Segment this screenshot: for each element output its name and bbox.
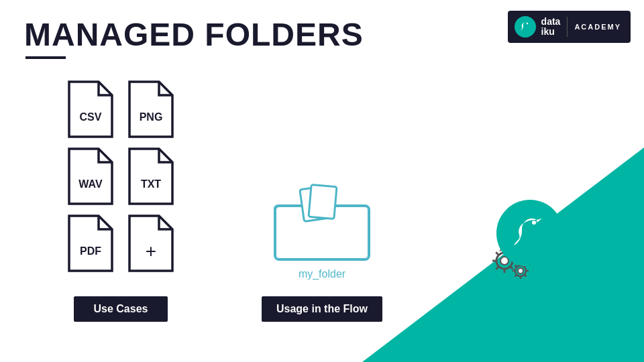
svg-line-19 [496, 267, 498, 269]
logo-area: dataiku ACADEMY [508, 11, 631, 43]
bird-icon [519, 20, 532, 34]
file-icon-png: PNG [124, 79, 178, 139]
svg-text:TXT: TXT [141, 178, 161, 190]
file-icon-pdf: PDF [64, 213, 117, 274]
svg-text:CSV: CSV [80, 111, 102, 123]
dataiku-logo-icon [515, 16, 536, 38]
svg-point-23 [518, 268, 523, 274]
svg-text:PNG: PNG [140, 111, 163, 123]
main-content: dataiku ACADEMY MANAGED FOLDERS CSV [0, 0, 644, 362]
file-icon-csv: CSV [64, 79, 117, 139]
svg-point-10 [532, 221, 536, 225]
svg-rect-9 [309, 184, 337, 219]
svg-line-31 [525, 275, 527, 277]
dataiku-circle [496, 200, 564, 267]
folder-name-label: my_folder [299, 268, 345, 280]
logo-text: dataiku [541, 17, 561, 38]
svg-text:PDF: PDF [80, 245, 101, 257]
svg-line-30 [515, 275, 517, 277]
svg-line-17 [496, 252, 498, 255]
svg-point-0 [526, 23, 527, 24]
svg-line-28 [515, 265, 517, 267]
file-icon-plus: + [124, 213, 178, 274]
use-cases-label: Use Cases [74, 296, 168, 322]
bird-logo-icon [508, 212, 552, 255]
logo-brand: dataiku [541, 17, 561, 38]
svg-text:WAV: WAV [78, 178, 103, 190]
logo-academy: ACADEMY [574, 23, 621, 31]
file-icons-grid: CSV PNG WAV [64, 79, 178, 274]
logo-separator [567, 17, 568, 37]
gear-container: API [483, 200, 564, 280]
svg-text:+: + [146, 241, 156, 261]
file-icon-wav: WAV [64, 146, 117, 206]
api-area: API [483, 200, 564, 280]
file-icon-txt: TXT [124, 146, 178, 206]
column-use-cases: CSV PNG WAV [20, 79, 221, 322]
title-underline [25, 56, 66, 59]
folder-area: my_folder [268, 176, 376, 280]
folder-icon [268, 176, 376, 263]
